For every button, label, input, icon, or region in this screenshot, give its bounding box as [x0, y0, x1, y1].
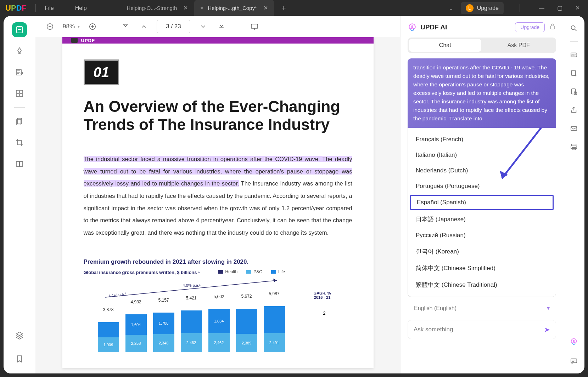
reader-mode-icon[interactable]: [12, 22, 27, 37]
edit-text-icon[interactable]: [12, 65, 27, 80]
chart-legend: Health P&C Life: [218, 269, 352, 274]
zoom-in-button[interactable]: [87, 21, 98, 32]
menu-file[interactable]: File: [45, 5, 54, 11]
zoom-out-button[interactable]: [44, 21, 56, 32]
divider: [109, 21, 109, 32]
ai-tabs: Chat Ask PDF: [408, 38, 556, 53]
svg-rect-12: [251, 24, 258, 28]
lang-option-japanese[interactable]: 日本語 (Japanese): [408, 211, 556, 228]
ai-fab-icon[interactable]: [569, 336, 579, 347]
growth-label: 4.0% p.a.¹: [183, 283, 201, 287]
chevron-down-icon: ▾: [547, 305, 550, 312]
svg-rect-4: [16, 94, 19, 97]
protect-icon[interactable]: [569, 86, 579, 97]
ai-upgrade-button[interactable]: Upgrade: [515, 22, 545, 32]
svg-rect-3: [20, 90, 23, 93]
toolbar: 98% ▾ 3 / 23: [35, 16, 400, 37]
chevron-down-icon[interactable]: ⌄: [448, 4, 454, 12]
app-logo: UPDF: [5, 4, 27, 13]
ai-tab-askpdf[interactable]: Ask PDF: [483, 39, 555, 52]
convert-icon[interactable]: [569, 68, 579, 79]
lang-option-spanish[interactable]: Español (Spanish): [410, 195, 554, 210]
upgrade-button[interactable]: L Upgrade: [461, 2, 504, 14]
bar-group: 5,6022,4621,834: [208, 309, 230, 352]
lang-option-dutch[interactable]: Nederlands (Dutch): [408, 163, 556, 178]
bar-group: 4,9322,2581,604: [125, 314, 147, 352]
svg-rect-17: [572, 70, 576, 76]
upgrade-label: Upgrade: [477, 5, 499, 11]
divider: [35, 4, 36, 12]
language-select[interactable]: English (English) ▾: [408, 301, 556, 316]
email-icon[interactable]: [569, 123, 579, 134]
page-tool-icon[interactable]: [12, 114, 27, 129]
tab-menu-icon[interactable]: ▾: [201, 5, 203, 11]
search-icon[interactable]: [569, 23, 579, 34]
svg-point-14: [571, 26, 575, 30]
add-tab-button[interactable]: +: [281, 4, 286, 13]
svg-rect-24: [571, 359, 577, 363]
first-page-button[interactable]: [120, 21, 131, 32]
last-page-button[interactable]: [216, 21, 227, 32]
svg-rect-13: [550, 26, 555, 29]
menu-help[interactable]: Help: [75, 5, 87, 11]
ai-panel: UPDF AI Upgrade Chat Ask PDF transition …: [400, 16, 563, 373]
banner-logo-icon: [71, 38, 78, 43]
ai-tab-chat[interactable]: Chat: [409, 39, 481, 52]
lang-option-chinese-traditional[interactable]: 繁體中文 (Chinese Traditional): [408, 276, 556, 293]
tab-strip: Helping-O...-Strength ✕ ▾ Helping-...gth…: [121, 0, 448, 16]
left-rail: [4, 16, 35, 373]
highlight-icon[interactable]: [12, 44, 27, 58]
ai-logo-icon: [408, 23, 417, 32]
page-body[interactable]: The industrial sector faced a massive tr…: [84, 153, 352, 239]
svg-rect-5: [20, 94, 23, 97]
workspace: 98% ▾ 3 / 23: [4, 16, 584, 373]
close-icon[interactable]: ✕: [183, 5, 188, 11]
divider: [570, 41, 578, 42]
lang-option-french[interactable]: Français (French): [408, 132, 556, 147]
lang-option-russian[interactable]: Русский (Russian): [408, 228, 556, 243]
crop-icon[interactable]: [12, 135, 27, 150]
lang-option-portuguese[interactable]: Português (Portuguese): [408, 178, 556, 194]
document-viewport[interactable]: UPDF 01 An Overview of the Ever-Changing…: [35, 37, 400, 373]
next-page-button[interactable]: [197, 21, 209, 32]
bar-group: 5,6722,389: [236, 309, 257, 352]
lang-option-korean[interactable]: 한국어 (Korean): [408, 243, 556, 260]
zoom-percent[interactable]: 98% ▾: [63, 23, 80, 30]
comment-icon[interactable]: [569, 356, 579, 366]
page-number-input[interactable]: 3 / 23: [157, 20, 190, 33]
lang-option-chinese-simplified[interactable]: 简体中文 (Chinese Simplified): [408, 260, 556, 276]
tab-inactive[interactable]: Helping-O...-Strength ✕: [121, 0, 195, 16]
minimize-button[interactable]: —: [536, 5, 547, 11]
close-button[interactable]: ✕: [572, 5, 583, 11]
ocr-icon[interactable]: OCR: [569, 50, 579, 60]
presentation-button[interactable]: [249, 21, 260, 32]
growth-label: 4.1% p.a.¹: [108, 292, 126, 298]
chart: Premium growth rebounded in 2021 after s…: [84, 258, 352, 352]
layers-icon[interactable]: [12, 328, 27, 343]
svg-rect-8: [16, 161, 19, 166]
svg-rect-22: [571, 146, 577, 148]
share-icon[interactable]: [569, 105, 579, 115]
divider: [238, 21, 238, 32]
organize-pages-icon[interactable]: [12, 86, 27, 101]
send-button[interactable]: ➤: [544, 325, 550, 334]
ask-input[interactable]: [414, 326, 540, 333]
lock-icon[interactable]: [549, 23, 556, 32]
document-page: UPDF 01 An Overview of the Ever-Changing…: [62, 37, 374, 368]
close-icon[interactable]: ✕: [263, 5, 268, 11]
bar-group: 3,8781,909: [98, 322, 119, 352]
titlebar: UPDF File Help Helping-O...-Strength ✕ ▾…: [0, 0, 588, 16]
language-dropdown: Français (French) Italiano (Italian) Ned…: [408, 128, 556, 297]
ai-context-message: transition in operations after the COVID…: [408, 58, 556, 128]
compare-icon[interactable]: [12, 156, 27, 171]
gagr-value: 2: [323, 310, 325, 316]
tab-active[interactable]: ▾ Helping-...gth_Copy* ✕: [194, 0, 274, 16]
prev-page-button[interactable]: [138, 21, 150, 32]
bookmark-icon[interactable]: [12, 352, 27, 366]
lang-option-italian[interactable]: Italiano (Italian): [408, 147, 556, 163]
chart-title: Premium growth rebounded in 2021 after s…: [84, 258, 352, 265]
maximize-button[interactable]: ▢: [554, 5, 565, 11]
print-icon[interactable]: [569, 142, 579, 152]
ai-title: UPDF AI: [408, 23, 447, 32]
bar-group: 5,9872,491: [264, 306, 285, 352]
